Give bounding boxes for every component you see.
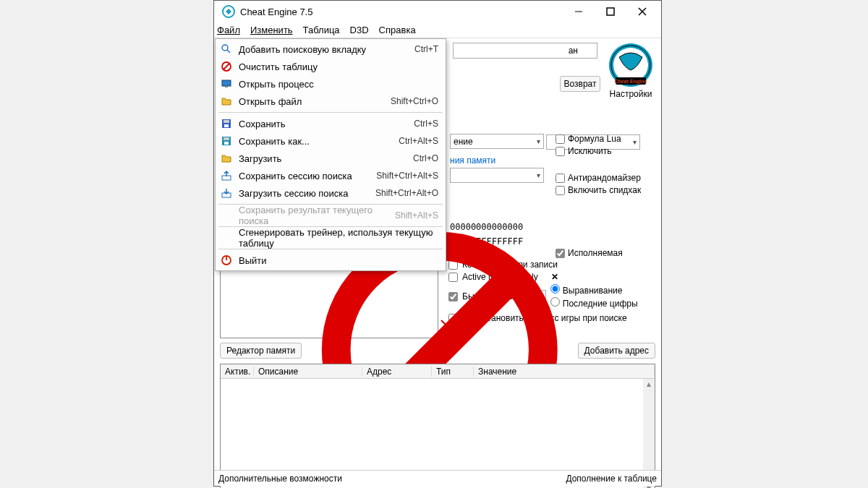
svg-rect-16 xyxy=(224,120,229,123)
forbidden-icon xyxy=(220,60,233,73)
exclude-checkbox[interactable]: Исключить xyxy=(556,146,654,156)
svg-point-9 xyxy=(222,45,228,51)
svg-rect-13 xyxy=(222,80,231,86)
menu-item-label: Сохранить сессию поиска xyxy=(239,171,376,181)
menu-item-label: Загрузить xyxy=(239,153,413,164)
status-left[interactable]: Дополнительные возможности xyxy=(218,474,342,484)
window-title: Cheat Engine 7.5 xyxy=(240,7,563,17)
col-active[interactable]: Актив. xyxy=(221,367,254,377)
cheat-engine-logo-icon: Cheat Engine xyxy=(608,43,653,87)
menu-item-label: Открыть файл xyxy=(239,96,391,107)
maximize-button[interactable] xyxy=(595,1,626,22)
scan-type-combo[interactable]: ение▾ xyxy=(450,134,544,149)
menu-table[interactable]: Таблица xyxy=(303,25,340,35)
table-header: Актив. Описание Адрес Тип Значение xyxy=(221,364,655,379)
antirandomizer-checkbox[interactable]: Антирандомайзер xyxy=(556,173,654,183)
menu-item[interactable]: Открыть файлShift+Ctrl+O xyxy=(216,93,446,110)
app-window: Cheat Engine 7.5 Файл Изменить Таблица D… xyxy=(213,0,662,487)
file-menu-dropdown: Добавить поисковую вкладкуCtrl+TОчистить… xyxy=(215,38,446,271)
menu-item-shortcut: Shift+Ctrl+O xyxy=(391,96,438,106)
monitor-icon xyxy=(220,77,233,90)
magnify-icon xyxy=(220,43,233,56)
menu-item-shortcut: Ctrl+O xyxy=(413,153,438,163)
col-address[interactable]: Адрес xyxy=(362,367,432,377)
app-icon xyxy=(221,4,236,19)
import-icon xyxy=(220,187,233,200)
svg-rect-20 xyxy=(224,142,229,145)
menu-item[interactable]: Выйти xyxy=(216,252,446,269)
menu-item-label: Сохранить xyxy=(239,119,414,129)
menu-item-label: Сохранить результат текущего поиска xyxy=(239,205,395,226)
menu-item-shortcut: Ctrl+T xyxy=(414,44,438,54)
folder-icon xyxy=(220,95,233,108)
settings-label: Настройки xyxy=(605,89,657,99)
menu-item-shortcut: Shift+Ctrl+Alt+O xyxy=(375,188,438,198)
menu-item-label: Сохранить как... xyxy=(239,136,399,147)
menu-item-shortcut: Ctrl+Alt+S xyxy=(399,136,438,146)
menu-item[interactable]: ЗагрузитьCtrl+O xyxy=(216,150,446,167)
menu-item[interactable]: Сгенерировать трейнер, используя текущую… xyxy=(216,229,446,247)
power-icon xyxy=(220,254,233,267)
svg-rect-17 xyxy=(224,124,229,127)
memory-editor-button[interactable]: Редактор памяти xyxy=(220,343,302,359)
blank-icon xyxy=(220,209,233,222)
col-value[interactable]: Значение xyxy=(474,367,655,377)
col-description[interactable]: Описание xyxy=(254,367,362,377)
minimize-button[interactable] xyxy=(563,1,595,22)
menu-item-shortcut: Shift+Ctrl+Alt+S xyxy=(376,171,438,181)
menu-item-label: Загрузить сессию поиска xyxy=(239,188,375,199)
menu-item-label: Выйти xyxy=(239,255,438,266)
svg-text:Cheat Engine: Cheat Engine xyxy=(615,79,647,85)
floppy2-icon xyxy=(220,134,233,147)
add-address-button[interactable]: Добавить адрес xyxy=(578,343,655,359)
settings-block[interactable]: Cheat Engine Настройки xyxy=(605,43,657,99)
svg-rect-19 xyxy=(224,137,229,140)
menu-item-shortcut: Shift+Alt+S xyxy=(395,210,438,221)
content-area: ан Возврат Cheat Engine Настройки ение▾ … xyxy=(214,38,661,486)
speedhack-checkbox[interactable]: Включить спидхак xyxy=(556,185,654,195)
process-select[interactable]: ан xyxy=(453,43,597,59)
folder-icon xyxy=(220,152,233,165)
menu-item-label: Очистить таблицу xyxy=(239,61,438,72)
menu-item[interactable]: Загрузить сессию поискаShift+Ctrl+Alt+O xyxy=(216,184,446,202)
menu-item-label: Сгенерировать трейнер, используя текущую… xyxy=(239,227,438,249)
menu-item-label: Открыть процесс xyxy=(239,79,438,90)
menu-item[interactable]: Сохранить сессию поискаShift+Ctrl+Alt+S xyxy=(216,167,446,184)
menubar: Файл Изменить Таблица D3D Справка xyxy=(214,22,661,38)
svg-line-10 xyxy=(227,50,230,53)
menu-item: Сохранить результат текущего поискаShift… xyxy=(216,207,446,224)
svg-line-12 xyxy=(224,64,229,69)
menu-item-label: Добавить поисковую вкладку xyxy=(239,44,414,55)
status-right[interactable]: Дополнение к таблице xyxy=(566,474,657,484)
svg-rect-14 xyxy=(225,86,228,87)
menu-item[interactable]: Очистить таблицу xyxy=(216,58,446,75)
blank-icon xyxy=(220,231,233,244)
status-bar: Дополнительные возможности Дополнение к … xyxy=(214,470,661,486)
menu-help[interactable]: Справка xyxy=(379,25,416,35)
menu-item-shortcut: Ctrl+S xyxy=(414,119,438,129)
menu-item[interactable]: Сохранить как...Ctrl+Alt+S xyxy=(216,132,446,150)
menu-file[interactable]: Файл xyxy=(217,25,240,35)
menu-item[interactable]: Добавить поисковую вкладкуCtrl+T xyxy=(216,40,446,58)
lua-formula-checkbox[interactable]: Формула Lua xyxy=(556,134,654,144)
return-button[interactable]: Возврат xyxy=(560,76,600,92)
export-icon xyxy=(220,169,233,182)
memory-region-combo[interactable]: ▾ xyxy=(450,168,544,183)
combo-suffix: ение xyxy=(454,137,473,147)
menu-edit[interactable]: Изменить xyxy=(250,25,293,35)
close-button[interactable] xyxy=(626,1,658,22)
menu-item[interactable]: СохранитьCtrl+S xyxy=(216,115,446,132)
menu-item[interactable]: Открыть процесс xyxy=(216,75,446,93)
titlebar: Cheat Engine 7.5 xyxy=(214,1,661,22)
floppy-icon xyxy=(220,117,233,130)
menu-d3d[interactable]: D3D xyxy=(350,25,369,35)
col-type[interactable]: Тип xyxy=(432,367,474,377)
svg-rect-2 xyxy=(607,8,614,15)
